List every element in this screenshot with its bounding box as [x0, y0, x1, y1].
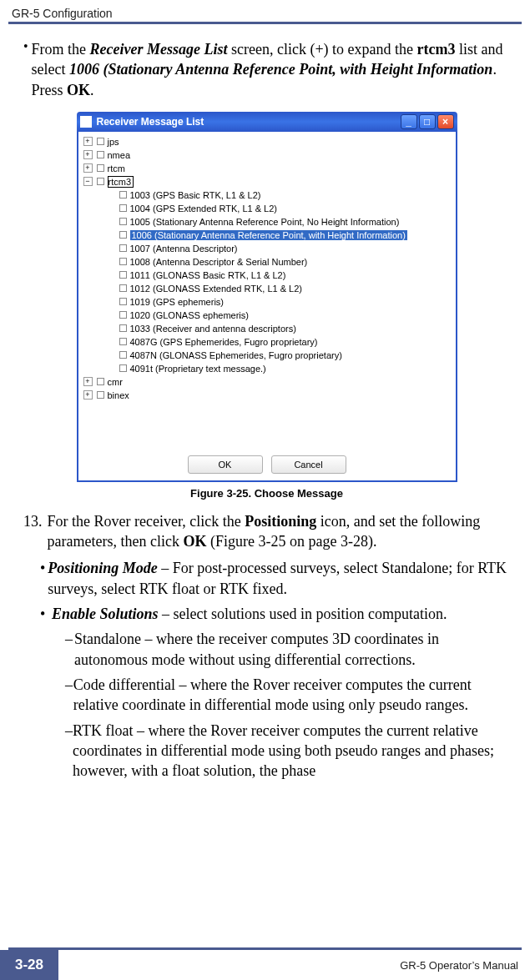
dash-text: Standalone – where the receiver computes…	[74, 629, 510, 670]
footer-row: 3-28 GR-5 Operator’s Manual	[0, 950, 530, 980]
tree-node-label[interactable]: nmea	[108, 150, 131, 160]
bullet-dot: •	[23, 39, 32, 100]
bullet-dot: •	[40, 604, 52, 624]
page-number-badge: 3-28	[0, 950, 58, 980]
tree-view[interactable]: + jps+ nmea+ rtcm− rtcm31003 (GPS Basic …	[78, 132, 456, 402]
node-icon	[119, 217, 128, 226]
dash-text: RTK float – where the Rover receiver com…	[73, 721, 510, 781]
tree-node-label[interactable]: rtcm3	[109, 177, 132, 187]
dash-text: Code differential – where the Rover rece…	[73, 675, 510, 716]
tree-child-node[interactable]: 1007 (Antenna Descriptor)	[78, 242, 456, 255]
bullet-dot: •	[40, 558, 48, 599]
maximize-button[interactable]: □	[419, 114, 436, 129]
tree-node-label[interactable]: 1011 (GLONASS Basic RTK, L1 & L2)	[130, 270, 286, 280]
tree-node-label[interactable]: 1019 (GPS ephemeris)	[130, 297, 225, 307]
ok-label: OK	[67, 82, 90, 98]
tree-child-node[interactable]: 1003 (GPS Basic RTK, L1 & L2)	[78, 188, 456, 202]
node-icon	[119, 364, 128, 373]
text: From the	[32, 41, 90, 58]
tree-node-label[interactable]: 1003 (GPS Basic RTK, L1 & L2)	[130, 190, 261, 200]
tree-child-node[interactable]: 4087G (GPS Ephemerides, Fugro proprietar…	[78, 335, 456, 349]
sub-bullet-text: Enable Solutions – select solutions used…	[52, 604, 447, 624]
tree-node-label[interactable]: 1008 (Antenna Descriptor & Serial Number…	[130, 257, 308, 267]
tree-node-label[interactable]: 4087N (GLONASS Ephemerides, Fugro propri…	[130, 350, 342, 360]
text: – select solutions used in position comp…	[159, 606, 447, 622]
node-icon	[119, 190, 128, 199]
tree-node-label[interactable]: 1006 (Stationary Antenna Reference Point…	[130, 230, 407, 240]
app-icon	[80, 116, 92, 128]
tree-child-node[interactable]: 1011 (GLONASS Basic RTK, L1 & L2)	[78, 269, 456, 282]
tree-node-label[interactable]: jps	[108, 137, 119, 147]
tree-child-node[interactable]: 1012 (GLONASS Extended RTK, L1 & L2)	[78, 282, 456, 295]
tree-node-label[interactable]: rtcm	[108, 163, 125, 173]
tree-node[interactable]: + rtcm	[78, 162, 456, 175]
tree-child-node[interactable]: 1019 (GPS ephemeris)	[78, 295, 456, 309]
tree-child-node[interactable]: 1033 (Receiver and antenna descriptors)	[78, 322, 456, 335]
minimize-button[interactable]: _	[401, 114, 417, 129]
ok-button[interactable]: OK	[188, 455, 263, 474]
step-number: 13.	[23, 511, 48, 552]
tree-child-node[interactable]: 1006 (Stationary Antenna Reference Point…	[78, 229, 456, 242]
window-title: Receiver Message List	[97, 116, 401, 128]
page-footer: 3-28 GR-5 Operator’s Manual	[0, 947, 530, 980]
tree-node-label[interactable]: binex	[108, 390, 129, 400]
tree-child-node[interactable]: 4091t (Proprietary text message.)	[78, 362, 456, 375]
param-name: Positioning Mode	[48, 560, 158, 576]
tree-child-node[interactable]: 4087N (GLONASS Ephemerides, Fugro propri…	[78, 349, 456, 362]
manual-title: GR-5 Operator’s Manual	[58, 959, 530, 972]
tree-child-node[interactable]: 1004 (GPS Extended RTK, L1 & L2)	[78, 202, 456, 215]
expand-icon[interactable]: +	[83, 390, 93, 400]
node-icon	[96, 137, 105, 146]
node-icon	[119, 324, 128, 333]
node-icon	[119, 310, 128, 319]
ok-label: OK	[183, 533, 206, 550]
tree-node-label[interactable]: 1020 (GLONASS ephemeris)	[130, 310, 249, 320]
expand-icon[interactable]: +	[83, 137, 93, 146]
tree-node-label[interactable]: 1004 (GPS Extended RTK, L1 & L2)	[130, 204, 278, 214]
close-button[interactable]: ×	[437, 114, 454, 129]
dash-item-code-differential: – Code differential – where the Rover re…	[23, 675, 510, 716]
tree-node-label[interactable]: 4091t (Proprietary text message.)	[130, 364, 266, 374]
expand-icon[interactable]: +	[83, 163, 93, 173]
bullet-item: • From the Receiver Message List screen,…	[23, 39, 510, 100]
cancel-button[interactable]: Cancel	[271, 455, 346, 474]
tree-child-node[interactable]: 1008 (Antenna Descriptor & Serial Number…	[78, 255, 456, 269]
text: For the Rover receiver, click the	[48, 513, 245, 530]
message-name: 1006 (Stationary Antenna Reference Point…	[69, 61, 492, 78]
screen-name: Receiver Message List	[90, 41, 228, 58]
tree-child-node[interactable]: 1005 (Stationary Antenna Reference Point…	[78, 215, 456, 229]
tree-node[interactable]: + nmea	[78, 148, 456, 162]
tree-node-label[interactable]: 1033 (Receiver and antenna descriptors)	[130, 324, 296, 334]
tree-node-label[interactable]: 1005 (Stationary Antenna Reference Point…	[130, 217, 400, 227]
list-name: rtcm3	[417, 41, 456, 58]
receiver-message-list-window: Receiver Message List _ □ × + jps+ nmea+…	[77, 112, 457, 482]
param-name: Enable Solutions	[52, 606, 159, 622]
tree-child-node[interactable]: 1020 (GLONASS ephemeris)	[78, 309, 456, 322]
tree-node[interactable]: + cmr	[78, 375, 456, 389]
node-icon	[96, 150, 105, 159]
tree-node-label[interactable]: 1012 (GLONASS Extended RTK, L1 & L2)	[130, 284, 302, 294]
tree-node-label[interactable]: 1007 (Antenna Descriptor)	[130, 244, 238, 254]
node-icon	[119, 244, 128, 253]
text: .	[90, 82, 94, 98]
dash: –	[65, 629, 74, 670]
tree-node-label[interactable]: cmr	[108, 377, 123, 387]
node-icon	[119, 337, 128, 346]
expand-icon[interactable]: +	[83, 377, 93, 386]
node-icon	[119, 270, 128, 279]
node-icon	[119, 297, 128, 306]
instruction-paragraph: From the Receiver Message List screen, c…	[32, 39, 511, 100]
tree-node-label[interactable]: 4087G (GPS Ephemerides, Fugro proprietar…	[130, 337, 318, 347]
tree-node[interactable]: + binex	[78, 389, 456, 402]
sub-bullet-enable-solutions: • Enable Solutions – select solutions us…	[23, 604, 510, 624]
expand-icon[interactable]: +	[83, 150, 93, 159]
button-row: OK Cancel	[78, 455, 456, 474]
tree-node[interactable]: + jps	[78, 135, 456, 148]
dash: –	[65, 675, 73, 716]
node-icon	[119, 204, 128, 213]
collapse-icon[interactable]: −	[83, 177, 93, 186]
figure-caption: Figure 3-25. Choose Message	[23, 487, 510, 500]
tree-node[interactable]: − rtcm3	[78, 175, 456, 188]
node-icon	[119, 284, 128, 293]
titlebar[interactable]: Receiver Message List _ □ ×	[77, 112, 457, 132]
